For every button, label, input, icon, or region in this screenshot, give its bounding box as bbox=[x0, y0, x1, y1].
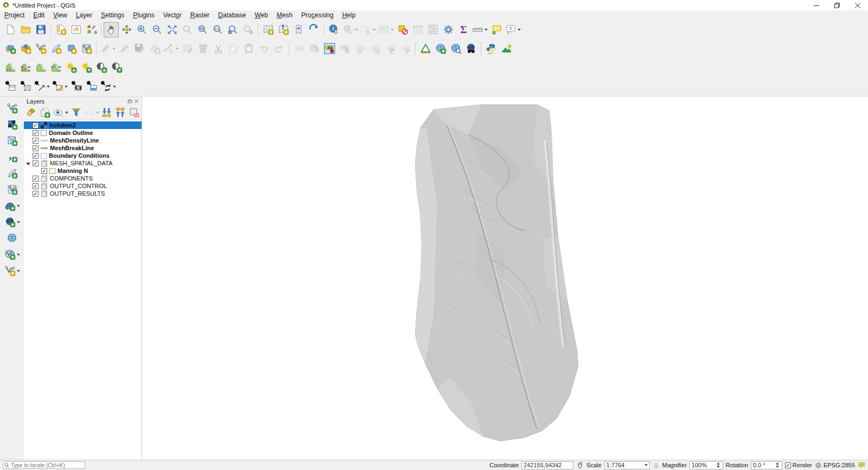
menu-raster[interactable]: Raster bbox=[186, 11, 214, 20]
paste-features-button[interactable] bbox=[241, 41, 256, 56]
menu-edit[interactable]: Edit bbox=[29, 11, 49, 20]
metasearch-catalog-button[interactable] bbox=[433, 41, 448, 56]
pan-map-to-selection-button[interactable] bbox=[119, 22, 134, 37]
add-mesh-layer-button[interactable] bbox=[4, 133, 20, 148]
layer-item-meshbreakline[interactable]: ✓MeshBreakLine bbox=[24, 144, 142, 152]
show-spatial-bookmarks-button[interactable] bbox=[291, 22, 306, 37]
select-features-button[interactable] bbox=[359, 22, 377, 37]
refresh-map-button[interactable] bbox=[306, 22, 321, 37]
change-label-button[interactable]: abc bbox=[398, 41, 413, 56]
magnifier-spin-arrows[interactable] bbox=[716, 462, 721, 469]
lock-scale-icon[interactable] bbox=[653, 462, 660, 469]
run-feature-action-button[interactable] bbox=[341, 22, 359, 37]
tuflow-plugin-button[interactable] bbox=[418, 41, 433, 56]
vertex-tool-button[interactable] bbox=[162, 41, 180, 56]
layer-item-output-control[interactable]: ✓OUTPUT_CONTROL bbox=[24, 182, 142, 190]
map-canvas[interactable] bbox=[142, 96, 868, 460]
full-cumulative-cut-stretch-button[interactable] bbox=[18, 60, 33, 75]
select-features-by-value-dropdown-icon[interactable] bbox=[391, 29, 394, 31]
full-histogram-stretch-button[interactable] bbox=[48, 60, 63, 75]
menu-layer[interactable]: Layer bbox=[72, 11, 97, 20]
increase-contrast-button[interactable] bbox=[94, 60, 109, 75]
coordinate-value[interactable]: 242155,94342 bbox=[521, 461, 573, 469]
save-project-button[interactable] bbox=[33, 22, 48, 37]
menu-database[interactable]: Database bbox=[214, 11, 250, 20]
search-geodata-button[interactable] bbox=[448, 41, 463, 56]
new-vector-layer-dropdown-icon[interactable] bbox=[17, 270, 20, 272]
increase-brightness-button[interactable] bbox=[63, 60, 79, 75]
crs-button[interactable]: EPSG:2855 bbox=[815, 462, 855, 469]
layer-checkbox[interactable]: ✓ bbox=[33, 160, 39, 166]
zoom-native-resolution-button[interactable]: 1:1 bbox=[210, 22, 225, 37]
add-postgis-layer-dropdown-icon[interactable] bbox=[17, 205, 20, 207]
menu-plugins[interactable]: Plugins bbox=[129, 11, 158, 20]
minimize-button[interactable] bbox=[806, 0, 827, 10]
filter-legend-button[interactable] bbox=[69, 106, 82, 119]
close-button[interactable] bbox=[847, 0, 868, 10]
locator-input[interactable] bbox=[3, 461, 85, 469]
add-vector-layer-button[interactable] bbox=[4, 101, 20, 115]
layer-diagram-options-button[interactable] bbox=[307, 41, 322, 56]
new-map-view-button[interactable] bbox=[260, 22, 276, 37]
layer-item-components[interactable]: ✓COMPONENTS bbox=[24, 175, 142, 182]
new-spatialite-layer-button[interactable] bbox=[48, 41, 63, 56]
menu-processing[interactable]: Processing bbox=[297, 11, 337, 20]
menu-view[interactable]: View bbox=[49, 11, 72, 20]
new-print-layout-button[interactable] bbox=[53, 22, 68, 37]
expander-icon[interactable] bbox=[25, 161, 30, 166]
render-checkbox[interactable]: ✓Render bbox=[785, 462, 812, 468]
decrease-brightness-button[interactable] bbox=[79, 60, 94, 75]
select-features-by-value-button[interactable] bbox=[377, 22, 395, 37]
style-manager-button[interactable]: a bbox=[84, 22, 99, 37]
run-feature-action-dropdown-icon[interactable] bbox=[355, 29, 358, 31]
add-wfs-layer-button[interactable] bbox=[3, 247, 21, 262]
layer-checkbox[interactable]: ✓ bbox=[33, 183, 39, 189]
text-annotation-dropdown-icon[interactable] bbox=[518, 29, 521, 31]
modify-attributes-of-selected-button[interactable] bbox=[180, 41, 195, 56]
remove-layer-button[interactable] bbox=[127, 106, 141, 119]
layer-labeling-options-button[interactable]: abc bbox=[291, 41, 307, 56]
toggle-extents-mouse-icon[interactable] bbox=[576, 461, 584, 469]
move-label-button[interactable]: abc bbox=[367, 41, 382, 56]
layer-item-domain-outline[interactable]: ✓Domain Outline bbox=[24, 129, 142, 137]
layer-item-hohdem2[interactable]: ✓hohdem2 bbox=[24, 121, 142, 129]
tuflow-style-button[interactable] bbox=[51, 79, 69, 94]
copy-features-button[interactable] bbox=[226, 41, 241, 56]
layer-item-output-results[interactable]: ✓OUTPUT_RESULTS bbox=[24, 190, 142, 197]
layer-checkbox[interactable]: ✓ bbox=[33, 176, 39, 182]
layer-checkbox[interactable]: ✓ bbox=[33, 123, 39, 128]
zoom-out-button[interactable] bbox=[149, 22, 164, 37]
local-cumulative-cut-stretch-button[interactable] bbox=[3, 60, 18, 75]
add-arcgis-rest-layer-dropdown-icon[interactable] bbox=[17, 221, 20, 223]
current-edits-button[interactable] bbox=[99, 41, 117, 56]
measure-line-dropdown-icon[interactable] bbox=[484, 29, 488, 31]
select-features-dropdown-icon[interactable] bbox=[373, 29, 376, 31]
rotate-label-button[interactable]: abc bbox=[382, 41, 398, 56]
zoom-to-layer-button[interactable] bbox=[195, 22, 210, 37]
map-tips-button[interactable] bbox=[489, 22, 504, 37]
menu-help[interactable]: Help bbox=[338, 11, 360, 20]
messages-button[interactable] bbox=[858, 461, 865, 469]
statistical-summary-button[interactable]: Σ bbox=[456, 22, 471, 37]
show-hide-labels-button[interactable]: abc bbox=[352, 41, 367, 56]
restore-button[interactable] bbox=[827, 0, 847, 10]
zoom-in-button[interactable] bbox=[134, 22, 149, 37]
tuflow-export-button[interactable] bbox=[33, 79, 51, 94]
filter-by-expression-dropdown-icon[interactable] bbox=[96, 112, 99, 114]
delete-selected-button[interactable] bbox=[195, 41, 210, 56]
add-spatialite-layer-button[interactable] bbox=[4, 166, 20, 181]
filter-by-expression-button[interactable]: ε bbox=[83, 106, 100, 119]
measure-line-button[interactable] bbox=[471, 22, 489, 37]
expand-all-button[interactable] bbox=[100, 106, 113, 119]
menu-project[interactable]: Project bbox=[0, 11, 29, 20]
tuflow-import-empty-file-button[interactable] bbox=[3, 79, 18, 94]
add-wfs-layer-dropdown-icon[interactable] bbox=[17, 254, 20, 256]
add-wms-wmts-layer-button[interactable] bbox=[4, 231, 20, 246]
pan-map-button[interactable] bbox=[104, 22, 119, 37]
scale-combo[interactable]: 1:7764 bbox=[604, 461, 650, 469]
new-spatial-bookmark-button[interactable] bbox=[276, 22, 291, 37]
menu-mesh[interactable]: Mesh bbox=[272, 11, 297, 20]
tuflow-flood-depth-button[interactable] bbox=[84, 79, 99, 94]
manage-map-themes-dropdown-icon[interactable] bbox=[65, 112, 68, 114]
layer-item-mesh-spatial-data[interactable]: ✓MESH_SPATIAL_DATA bbox=[24, 159, 142, 167]
